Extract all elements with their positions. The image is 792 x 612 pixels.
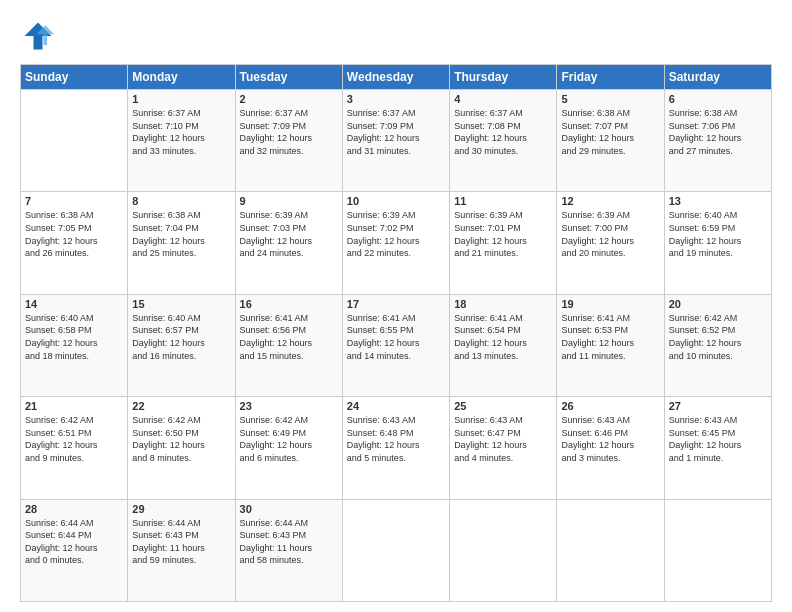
day-info: Sunrise: 6:37 AM Sunset: 7:09 PM Dayligh… xyxy=(240,107,338,157)
day-cell: 25Sunrise: 6:43 AM Sunset: 6:47 PM Dayli… xyxy=(450,397,557,499)
day-info: Sunrise: 6:43 AM Sunset: 6:48 PM Dayligh… xyxy=(347,414,445,464)
day-cell: 18Sunrise: 6:41 AM Sunset: 6:54 PM Dayli… xyxy=(450,294,557,396)
day-cell: 1Sunrise: 6:37 AM Sunset: 7:10 PM Daylig… xyxy=(128,90,235,192)
day-number: 30 xyxy=(240,503,338,515)
day-number: 22 xyxy=(132,400,230,412)
day-header-sunday: Sunday xyxy=(21,65,128,90)
day-cell: 26Sunrise: 6:43 AM Sunset: 6:46 PM Dayli… xyxy=(557,397,664,499)
day-info: Sunrise: 6:37 AM Sunset: 7:10 PM Dayligh… xyxy=(132,107,230,157)
day-number: 3 xyxy=(347,93,445,105)
day-info: Sunrise: 6:38 AM Sunset: 7:06 PM Dayligh… xyxy=(669,107,767,157)
day-info: Sunrise: 6:44 AM Sunset: 6:44 PM Dayligh… xyxy=(25,517,123,567)
day-number: 21 xyxy=(25,400,123,412)
day-info: Sunrise: 6:41 AM Sunset: 6:55 PM Dayligh… xyxy=(347,312,445,362)
day-number: 23 xyxy=(240,400,338,412)
day-cell: 30Sunrise: 6:44 AM Sunset: 6:43 PM Dayli… xyxy=(235,499,342,601)
week-row-2: 14Sunrise: 6:40 AM Sunset: 6:58 PM Dayli… xyxy=(21,294,772,396)
day-cell xyxy=(21,90,128,192)
day-number: 18 xyxy=(454,298,552,310)
day-cell: 8Sunrise: 6:38 AM Sunset: 7:04 PM Daylig… xyxy=(128,192,235,294)
day-info: Sunrise: 6:42 AM Sunset: 6:51 PM Dayligh… xyxy=(25,414,123,464)
day-info: Sunrise: 6:42 AM Sunset: 6:50 PM Dayligh… xyxy=(132,414,230,464)
day-info: Sunrise: 6:40 AM Sunset: 6:59 PM Dayligh… xyxy=(669,209,767,259)
day-cell: 6Sunrise: 6:38 AM Sunset: 7:06 PM Daylig… xyxy=(664,90,771,192)
day-number: 8 xyxy=(132,195,230,207)
day-cell: 12Sunrise: 6:39 AM Sunset: 7:00 PM Dayli… xyxy=(557,192,664,294)
day-cell xyxy=(664,499,771,601)
day-cell xyxy=(557,499,664,601)
day-info: Sunrise: 6:41 AM Sunset: 6:53 PM Dayligh… xyxy=(561,312,659,362)
day-number: 29 xyxy=(132,503,230,515)
day-number: 16 xyxy=(240,298,338,310)
day-info: Sunrise: 6:43 AM Sunset: 6:47 PM Dayligh… xyxy=(454,414,552,464)
day-info: Sunrise: 6:37 AM Sunset: 7:08 PM Dayligh… xyxy=(454,107,552,157)
days-header-row: SundayMondayTuesdayWednesdayThursdayFrid… xyxy=(21,65,772,90)
day-cell: 3Sunrise: 6:37 AM Sunset: 7:09 PM Daylig… xyxy=(342,90,449,192)
day-info: Sunrise: 6:39 AM Sunset: 7:03 PM Dayligh… xyxy=(240,209,338,259)
day-number: 20 xyxy=(669,298,767,310)
day-info: Sunrise: 6:40 AM Sunset: 6:57 PM Dayligh… xyxy=(132,312,230,362)
day-cell: 10Sunrise: 6:39 AM Sunset: 7:02 PM Dayli… xyxy=(342,192,449,294)
day-cell: 24Sunrise: 6:43 AM Sunset: 6:48 PM Dayli… xyxy=(342,397,449,499)
day-info: Sunrise: 6:38 AM Sunset: 7:04 PM Dayligh… xyxy=(132,209,230,259)
day-info: Sunrise: 6:42 AM Sunset: 6:49 PM Dayligh… xyxy=(240,414,338,464)
day-cell: 2Sunrise: 6:37 AM Sunset: 7:09 PM Daylig… xyxy=(235,90,342,192)
day-info: Sunrise: 6:42 AM Sunset: 6:52 PM Dayligh… xyxy=(669,312,767,362)
day-cell: 27Sunrise: 6:43 AM Sunset: 6:45 PM Dayli… xyxy=(664,397,771,499)
day-number: 28 xyxy=(25,503,123,515)
logo-icon xyxy=(20,18,56,54)
week-row-3: 21Sunrise: 6:42 AM Sunset: 6:51 PM Dayli… xyxy=(21,397,772,499)
day-number: 14 xyxy=(25,298,123,310)
day-info: Sunrise: 6:41 AM Sunset: 6:54 PM Dayligh… xyxy=(454,312,552,362)
day-number: 15 xyxy=(132,298,230,310)
day-number: 11 xyxy=(454,195,552,207)
day-header-saturday: Saturday xyxy=(664,65,771,90)
day-info: Sunrise: 6:44 AM Sunset: 6:43 PM Dayligh… xyxy=(132,517,230,567)
day-cell: 22Sunrise: 6:42 AM Sunset: 6:50 PM Dayli… xyxy=(128,397,235,499)
day-cell: 19Sunrise: 6:41 AM Sunset: 6:53 PM Dayli… xyxy=(557,294,664,396)
day-cell: 14Sunrise: 6:40 AM Sunset: 6:58 PM Dayli… xyxy=(21,294,128,396)
day-cell: 28Sunrise: 6:44 AM Sunset: 6:44 PM Dayli… xyxy=(21,499,128,601)
day-number: 17 xyxy=(347,298,445,310)
day-cell: 13Sunrise: 6:40 AM Sunset: 6:59 PM Dayli… xyxy=(664,192,771,294)
day-info: Sunrise: 6:41 AM Sunset: 6:56 PM Dayligh… xyxy=(240,312,338,362)
day-info: Sunrise: 6:39 AM Sunset: 7:02 PM Dayligh… xyxy=(347,209,445,259)
header xyxy=(20,18,772,54)
day-cell: 5Sunrise: 6:38 AM Sunset: 7:07 PM Daylig… xyxy=(557,90,664,192)
day-cell: 21Sunrise: 6:42 AM Sunset: 6:51 PM Dayli… xyxy=(21,397,128,499)
day-cell: 4Sunrise: 6:37 AM Sunset: 7:08 PM Daylig… xyxy=(450,90,557,192)
day-info: Sunrise: 6:38 AM Sunset: 7:05 PM Dayligh… xyxy=(25,209,123,259)
day-number: 10 xyxy=(347,195,445,207)
day-info: Sunrise: 6:37 AM Sunset: 7:09 PM Dayligh… xyxy=(347,107,445,157)
day-info: Sunrise: 6:39 AM Sunset: 7:01 PM Dayligh… xyxy=(454,209,552,259)
day-number: 7 xyxy=(25,195,123,207)
day-number: 25 xyxy=(454,400,552,412)
day-number: 13 xyxy=(669,195,767,207)
week-row-0: 1Sunrise: 6:37 AM Sunset: 7:10 PM Daylig… xyxy=(21,90,772,192)
day-cell: 29Sunrise: 6:44 AM Sunset: 6:43 PM Dayli… xyxy=(128,499,235,601)
day-number: 4 xyxy=(454,93,552,105)
day-cell: 9Sunrise: 6:39 AM Sunset: 7:03 PM Daylig… xyxy=(235,192,342,294)
day-info: Sunrise: 6:44 AM Sunset: 6:43 PM Dayligh… xyxy=(240,517,338,567)
day-info: Sunrise: 6:43 AM Sunset: 6:45 PM Dayligh… xyxy=(669,414,767,464)
day-number: 9 xyxy=(240,195,338,207)
day-number: 1 xyxy=(132,93,230,105)
day-cell: 7Sunrise: 6:38 AM Sunset: 7:05 PM Daylig… xyxy=(21,192,128,294)
logo xyxy=(20,18,60,54)
day-cell xyxy=(450,499,557,601)
day-info: Sunrise: 6:40 AM Sunset: 6:58 PM Dayligh… xyxy=(25,312,123,362)
day-number: 5 xyxy=(561,93,659,105)
day-header-wednesday: Wednesday xyxy=(342,65,449,90)
day-number: 26 xyxy=(561,400,659,412)
day-cell: 15Sunrise: 6:40 AM Sunset: 6:57 PM Dayli… xyxy=(128,294,235,396)
day-cell: 20Sunrise: 6:42 AM Sunset: 6:52 PM Dayli… xyxy=(664,294,771,396)
day-cell: 11Sunrise: 6:39 AM Sunset: 7:01 PM Dayli… xyxy=(450,192,557,294)
day-header-tuesday: Tuesday xyxy=(235,65,342,90)
day-number: 12 xyxy=(561,195,659,207)
page: SundayMondayTuesdayWednesdayThursdayFrid… xyxy=(0,0,792,612)
day-info: Sunrise: 6:39 AM Sunset: 7:00 PM Dayligh… xyxy=(561,209,659,259)
day-number: 2 xyxy=(240,93,338,105)
day-header-thursday: Thursday xyxy=(450,65,557,90)
day-number: 24 xyxy=(347,400,445,412)
day-cell: 17Sunrise: 6:41 AM Sunset: 6:55 PM Dayli… xyxy=(342,294,449,396)
